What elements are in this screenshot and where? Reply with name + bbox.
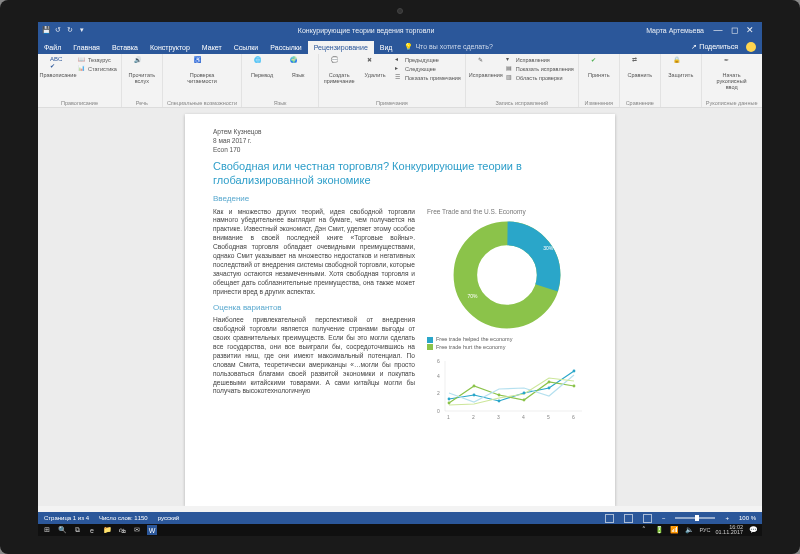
svg-point-18 xyxy=(548,387,551,390)
legend-item-2: Free trade hurt the economy xyxy=(427,344,587,351)
zoom-in-button[interactable]: + xyxy=(725,515,729,521)
document-area[interactable]: Артем Кузнецов 8 мая 2017 г. Econ 170 Св… xyxy=(38,108,762,506)
store-icon[interactable]: 🛍 xyxy=(117,525,127,535)
thesaurus-button[interactable]: 📖Тезаурус xyxy=(78,56,117,64)
taskbar: ⊞ 🔍 ⧉ e 📁 🛍 ✉ W ˄ 🔋 📶 🔈 РУС 16:02 01.11.… xyxy=(38,524,762,536)
edge-icon[interactable]: e xyxy=(87,525,97,535)
doc-date: 8 мая 2017 г. xyxy=(213,137,587,146)
track-changes-button[interactable]: ✎Исправления xyxy=(470,56,502,79)
ink-button[interactable]: ✒Начать рукописный ввод xyxy=(716,56,748,90)
qat-customize-icon[interactable]: ▾ xyxy=(78,26,86,34)
web-layout-icon[interactable] xyxy=(643,514,652,523)
accessibility-button[interactable]: ♿ Проверка читаемости xyxy=(186,56,218,85)
svg-point-24 xyxy=(548,381,551,384)
language-button[interactable]: 🌍Язык xyxy=(282,56,314,79)
tell-me[interactable]: 💡 Что вы хотите сделать? xyxy=(398,40,498,54)
print-layout-icon[interactable] xyxy=(624,514,633,523)
redo-icon[interactable]: ↻ xyxy=(66,26,74,34)
volume-icon[interactable]: 🔈 xyxy=(684,525,694,535)
translate-button[interactable]: 🌐Перевод xyxy=(246,56,278,79)
protect-button[interactable]: 🔒Защитить xyxy=(665,56,697,79)
clock[interactable]: 16:02 01.11.2017 xyxy=(715,525,743,536)
svg-point-16 xyxy=(498,400,501,403)
svg-text:5: 5 xyxy=(547,414,550,420)
tab-references[interactable]: Ссылки xyxy=(228,41,265,54)
user-name[interactable]: Марта Артемьева xyxy=(646,27,704,34)
taskview-icon[interactable]: ⧉ xyxy=(72,525,82,535)
legend-item-1: Free trade helped the economy xyxy=(427,336,587,343)
translate-icon: 🌐 xyxy=(254,56,270,72)
tab-view[interactable]: Вид xyxy=(374,41,399,54)
stats-label: Статистика xyxy=(88,66,117,72)
maximize-button[interactable]: ◻ xyxy=(726,25,742,35)
tab-home[interactable]: Главная xyxy=(67,41,106,54)
thesaurus-label: Тезаурус xyxy=(88,57,111,63)
reviewing-pane-button[interactable]: ▥Область проверки xyxy=(506,74,574,82)
dropdown-icon: ▾ xyxy=(506,56,514,64)
delete-comment-button[interactable]: ✖Удалить xyxy=(359,56,391,79)
display-mode-dropdown[interactable]: ▾Исправления xyxy=(506,56,574,64)
svg-point-17 xyxy=(523,392,526,395)
wordcount-button[interactable]: 📊Статистика xyxy=(78,65,117,73)
tab-design[interactable]: Конструктор xyxy=(144,41,196,54)
delete-comment-label: Удалить xyxy=(365,73,386,79)
tray-up-icon[interactable]: ˄ xyxy=(639,525,649,535)
status-lang[interactable]: русский xyxy=(158,515,180,521)
compare-button[interactable]: ⇄Сравнить xyxy=(624,56,656,79)
tab-file[interactable]: Файл xyxy=(38,41,67,54)
feedback-icon[interactable] xyxy=(746,42,756,52)
save-icon[interactable]: 💾 xyxy=(42,26,50,34)
svg-text:2: 2 xyxy=(437,390,440,396)
show-comments-button[interactable]: ☰Показать примечания xyxy=(395,74,461,82)
read-aloud-button[interactable]: 🔊 Прочитать вслух xyxy=(126,56,158,85)
legend-label-1: Free trade helped the economy xyxy=(436,336,512,342)
statusbar: Страница 1 из 4 Число слов: 1150 русский… xyxy=(38,512,762,524)
accessibility-icon: ♿ xyxy=(194,56,210,72)
tell-me-label: Что вы хотите сделать? xyxy=(415,43,492,50)
read-mode-icon[interactable] xyxy=(605,514,614,523)
page[interactable]: Артем Кузнецов 8 мая 2017 г. Econ 170 Св… xyxy=(185,114,615,506)
zoom-out-button[interactable]: − xyxy=(662,515,666,521)
tab-insert[interactable]: Вставка xyxy=(106,41,144,54)
svg-text:1: 1 xyxy=(447,414,450,420)
mail-icon[interactable]: ✉ xyxy=(132,525,142,535)
document-title: Конкурирующие теории ведения торговли xyxy=(86,27,646,34)
zoom-slider[interactable] xyxy=(675,517,715,519)
undo-icon[interactable]: ↺ xyxy=(54,26,62,34)
show-markup-button[interactable]: ▤Показать исправления xyxy=(506,65,574,73)
tab-layout[interactable]: Макет xyxy=(196,41,228,54)
wifi-icon[interactable]: 📶 xyxy=(669,525,679,535)
search-icon[interactable]: 🔍 xyxy=(57,525,67,535)
next-comment-button[interactable]: ▸Следующее xyxy=(395,65,461,73)
legend-label-2: Free trade hurt the economy xyxy=(436,344,505,350)
status-page[interactable]: Страница 1 из 4 xyxy=(44,515,89,521)
spellcheck-label: Правописание xyxy=(39,73,76,79)
heading-eval: Оценка вариантов xyxy=(213,303,415,314)
group-comments-label: Примечания xyxy=(376,100,408,106)
minimize-button[interactable]: — xyxy=(710,25,726,35)
new-comment-button[interactable]: 💬Создать примечание xyxy=(323,56,355,85)
zoom-level[interactable]: 100 % xyxy=(739,515,756,521)
accept-button[interactable]: ✔Принять xyxy=(583,56,615,79)
word-icon[interactable]: W xyxy=(147,525,157,535)
group-language: 🌐Перевод 🌍Язык Язык xyxy=(242,54,319,107)
battery-icon[interactable]: 🔋 xyxy=(654,525,664,535)
explorer-icon[interactable]: 📁 xyxy=(102,525,112,535)
tab-review[interactable]: Рецензирование xyxy=(308,41,374,54)
status-words[interactable]: Число слов: 1150 xyxy=(99,515,148,521)
translate-label: Перевод xyxy=(251,73,273,79)
pen-icon: ✒ xyxy=(724,56,740,72)
language-label: Язык xyxy=(292,73,305,79)
prev-comment-button[interactable]: ◂Предыдущее xyxy=(395,56,461,64)
ime-lang[interactable]: РУС xyxy=(699,527,710,533)
svg-text:0: 0 xyxy=(437,408,440,414)
group-tracking: ✎Исправления ▾Исправления ▤Показать испр… xyxy=(466,54,579,107)
tab-mailings[interactable]: Рассылки xyxy=(264,41,307,54)
new-comment-icon: 💬 xyxy=(331,56,347,72)
doc-title: Свободная или честная торговля? Конкурир… xyxy=(213,160,587,188)
action-center-icon[interactable]: 💬 xyxy=(748,525,758,535)
spellcheck-button[interactable]: ABC✔ Правописание xyxy=(42,56,74,79)
start-icon[interactable]: ⊞ xyxy=(42,525,52,535)
share-button[interactable]: ↗ Поделиться xyxy=(685,40,744,54)
close-button[interactable]: ✕ xyxy=(742,25,758,35)
